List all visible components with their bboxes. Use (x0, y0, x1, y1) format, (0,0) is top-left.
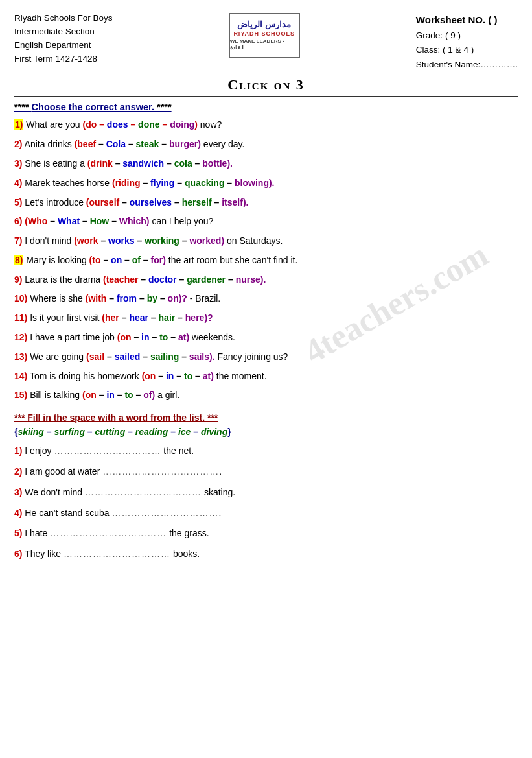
q13-num: 13) (14, 351, 27, 362)
q8-text-after: the art room but she can't find it. (166, 255, 297, 265)
fq2-before: I am good at water (25, 466, 102, 477)
question-5: 5) Let's introduce (ourself – ourselves … (14, 195, 518, 211)
q11-text-before: Is it your first visit (30, 313, 102, 323)
question-4: 4) Marek teaches horse (riding – flying … (14, 176, 518, 191)
q10-num: 10) (14, 293, 27, 303)
q10-choices: (with – from – by – on)? (86, 293, 187, 303)
fill-question-4: 4) He can't stand scuba ……………………………. (14, 506, 518, 521)
q2-text-before: Anita drinks (25, 139, 75, 149)
q15-text-after: a girl. (155, 390, 179, 400)
q6-num: 6) (14, 216, 22, 226)
grade-info: Grade: ( 9 ) (416, 29, 518, 43)
header-right: Worksheet NO. ( ) Grade: ( 9 ) Class: ( … (416, 12, 518, 73)
q12-num: 12) (14, 332, 27, 342)
q14-text-before: Tom is doing his homework (30, 371, 142, 381)
q2-num: 2) (14, 139, 22, 149)
school-name: Riyadh Schools For Boys (14, 12, 113, 25)
fill-question-3: 3) We don't mind ……………………………… skating. (14, 485, 518, 501)
question-12: 12) I have a part time job (on – in – to… (14, 330, 518, 346)
fq3-before: We don't mind (25, 487, 85, 497)
fill-question-5: 5) I hate ……………………………… the grass. (14, 526, 518, 541)
q15-text-before: Bill is talking (30, 390, 82, 400)
header: Riyadh Schools For Boys Intermediate Sec… (14, 12, 518, 73)
q12-text-after: weekends. (189, 332, 235, 342)
q1-num: 1) (14, 119, 23, 130)
fq5-before: I hate (25, 528, 50, 538)
q8-choices: (to – on – of – for) (89, 255, 166, 265)
q5-choices: (ourself – ourselves – herself – itself)… (86, 197, 249, 207)
term-name: First Term 1427-1428 (14, 53, 113, 66)
fq5-dots: ……………………………… (50, 528, 167, 538)
fq6-dots: …………………………… (64, 549, 170, 559)
fq2-after: . (219, 466, 222, 477)
question-1: 1) What are you (do – does – done – doin… (14, 117, 518, 133)
q5-num: 5) (14, 197, 22, 207)
fq3-num: 3) (14, 487, 22, 497)
student-name: Student's Name:…………. (416, 58, 518, 73)
q12-choices: (on – in – to – at) (117, 332, 189, 342)
fq2-dots: ……………………………… (102, 466, 219, 477)
q9-text-before: Laura is the drama (25, 274, 103, 285)
fq2-num: 2) (14, 466, 22, 477)
q14-num: 14) (14, 371, 27, 381)
fq1-dots: …………………………… (54, 445, 161, 456)
q13-choices: (sail – sailed – sailing – sails). (86, 351, 215, 362)
section-name: Intermediate Section (14, 25, 113, 39)
q5-text-before: Let's introduce (25, 197, 86, 207)
question-14: 14) Tom is doing his homework (on – in –… (14, 369, 518, 385)
question-6: 6) (Who – What – How – Which) can I help… (14, 214, 518, 230)
q1-text-before: What are you (26, 119, 82, 130)
worksheet-no: Worksheet NO. ( ) (416, 12, 518, 29)
fill-question-1: 1) I enjoy …………………………… the net. (14, 444, 518, 459)
q13-text-before: We are going (30, 351, 86, 362)
class-info: Class: ( 1 & 4 ) (416, 43, 518, 58)
q10-text-before: Where is she (30, 293, 86, 303)
q2-text-after: every day. (201, 139, 244, 149)
fq4-dots: …………………………… (112, 508, 219, 518)
q9-choices: (teacher – doctor – gardener – nurse). (103, 274, 266, 285)
q7-choices: (work – works – working – worked) (74, 235, 224, 246)
header-divider (14, 96, 518, 97)
q3-choices: (drink – sandwich – cola – bottle). (87, 158, 233, 169)
question-9: 9) Laura is the drama (teacher – doctor … (14, 272, 518, 288)
q2-choices: (beef – Cola – steak – burger) (75, 139, 201, 149)
fq1-after: the net. (161, 445, 194, 456)
fill-question-6: 6) They like …………………………… books. (14, 547, 518, 562)
q1-text-after: now? (198, 119, 222, 130)
fq1-before: I enjoy (25, 445, 54, 456)
page-title: Click on 3 (14, 77, 518, 93)
logo-arabic-text: مدارس الرياض (237, 19, 291, 30)
section1-title: **** Choose the correct answer. **** (14, 102, 518, 112)
fq6-num: 6) (14, 549, 22, 559)
q6-choices: (Who – What – How – Which) (25, 216, 149, 226)
q8-num: 8) (14, 255, 23, 265)
q7-text-before: I don't mind (25, 235, 74, 246)
section2-title: *** Fill in the space with a word from t… (14, 412, 518, 423)
q4-text-before: Marek teaches horse (25, 178, 112, 188)
q15-num: 15) (14, 390, 27, 400)
q6-text-after: can I help you? (150, 216, 214, 226)
fq3-after: skating. (202, 487, 235, 497)
q3-num: 3) (14, 158, 22, 169)
fq4-after: . (219, 508, 222, 518)
fill-question-2: 2) I am good at water ………………………………. (14, 464, 518, 480)
q10-text-after: - Brazil. (187, 293, 220, 303)
q14-choices: (on – in – to – at) (142, 371, 214, 381)
q7-num: 7) (14, 235, 22, 246)
q13-text-after: Fancy joining us? (215, 351, 288, 362)
fq6-after: books. (170, 549, 200, 559)
q9-num: 9) (14, 274, 22, 285)
fq4-before: He can't stand scuba (25, 508, 111, 518)
q1-choices: (do – does – done – doing) (83, 119, 198, 130)
header-left: Riyadh Schools For Boys Intermediate Sec… (14, 12, 113, 66)
word-list: {skiing – surfing – cutting – reading – … (14, 427, 518, 437)
q4-choices: (riding – flying – quacking – blowing). (112, 178, 275, 188)
department-name: English Department (14, 39, 113, 53)
q14-text-after: the moment. (214, 371, 267, 381)
fq5-after: the grass. (167, 528, 209, 538)
question-8: 8) Mary is looking (to – on – of – for) … (14, 253, 518, 268)
q4-num: 4) (14, 178, 22, 188)
question-7: 7) I don't mind (work – works – working … (14, 233, 518, 249)
question-15: 15) Bill is talking (on – in – to – of) … (14, 388, 518, 403)
q11-num: 11) (14, 313, 27, 323)
